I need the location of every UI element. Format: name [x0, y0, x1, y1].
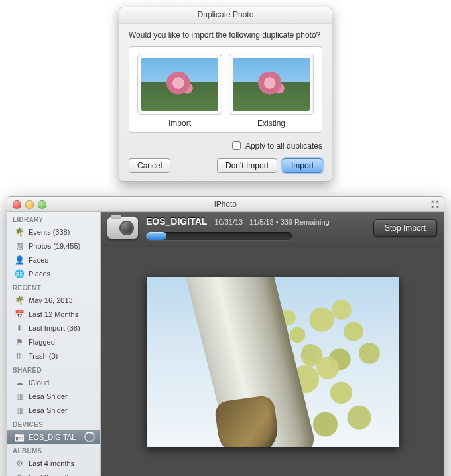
- sidebar-item-label: Places: [29, 270, 50, 278]
- device-camera-icon: [107, 217, 138, 239]
- dialog-title: Duplicate Photo: [119, 7, 332, 24]
- group-recent: RECENT: [7, 280, 100, 293]
- minimize-icon[interactable]: [25, 200, 34, 209]
- palm-icon: 🌴: [14, 227, 25, 237]
- sidebar: LIBRARY 🌴 Events (338) ▧ Photos (19,455)…: [7, 212, 101, 476]
- sidebar-item-icloud[interactable]: ☁︎ iCloud: [7, 375, 100, 389]
- flag-icon: ⚑: [14, 337, 25, 347]
- calendar-icon: 📅: [14, 310, 25, 319]
- sidebar-item-last-12-months[interactable]: 📅 Last 12 Months: [7, 307, 100, 321]
- fullscreen-icon[interactable]: [430, 200, 440, 209]
- import-bar: EOS_DIGITAL 10/31/13 - 11/5/13 • 339 Rem…: [101, 212, 444, 247]
- import-icon: ⬇︎: [14, 324, 25, 333]
- stream-icon: ▥: [14, 406, 25, 415]
- current-import-photo: [147, 277, 399, 447]
- group-shared: SHARED: [7, 363, 100, 375]
- import-progress: [146, 232, 292, 240]
- sidebar-item-label: EOS_DIGITAL: [29, 433, 76, 441]
- camera-icon: 📷: [14, 432, 25, 442]
- titlebar[interactable]: iPhoto: [7, 197, 444, 212]
- smart-album-icon: ⚙︎: [14, 473, 25, 477]
- sidebar-item-label: Last Import (38): [29, 324, 80, 332]
- import-candidate-label: Import: [137, 119, 222, 128]
- stream-icon: ▥: [14, 392, 25, 401]
- device-name: EOS_DIGITAL: [146, 216, 207, 227]
- sidebar-item-stream-2[interactable]: ▥ Lesa Snider: [7, 403, 100, 417]
- photo-stage: [101, 247, 444, 476]
- group-library: LIBRARY: [7, 212, 100, 225]
- dont-import-button[interactable]: Don't Import: [217, 158, 277, 173]
- sidebar-item-places[interactable]: 🌐 Places: [7, 267, 100, 280]
- sidebar-item-last-import[interactable]: ⬇︎ Last Import (38): [7, 321, 100, 335]
- main-area: EOS_DIGITAL 10/31/13 - 11/5/13 • 339 Rem…: [101, 212, 444, 476]
- sidebar-item-recent-event[interactable]: 🌴 May 16, 2013: [7, 293, 100, 307]
- sidebar-item-label: Lesa Snider: [29, 392, 68, 400]
- apply-all-label[interactable]: Apply to all duplicates: [229, 141, 322, 150]
- duplicate-photo-dialog: Duplicate Photo Would you like to import…: [119, 7, 332, 182]
- palm-icon: 🌴: [14, 296, 25, 305]
- globe-icon: 🌐: [14, 269, 25, 278]
- sidebar-item-trash[interactable]: 🗑 Trash (0): [7, 349, 100, 363]
- stop-import-button[interactable]: Stop Import: [373, 219, 437, 237]
- existing-candidate-label: Existing: [229, 119, 314, 128]
- sidebar-item-label: Last 4 months: [29, 459, 74, 467]
- sidebar-item-album-6m[interactable]: ⚙︎ Last 6 months: [7, 470, 100, 476]
- sidebar-item-events[interactable]: 🌴 Events (338): [7, 225, 100, 239]
- sidebar-item-device-camera[interactable]: 📷 EOS_DIGITAL: [7, 430, 100, 444]
- spinner-icon: [84, 432, 95, 442]
- sidebar-item-label: May 16, 2013: [29, 296, 73, 304]
- import-thumbnail: [141, 58, 218, 111]
- close-icon[interactable]: [13, 200, 21, 209]
- smart-album-icon: ⚙︎: [14, 459, 25, 468]
- import-progress-fill: [146, 232, 166, 240]
- window-controls: [13, 200, 46, 209]
- faces-icon: 👤: [14, 255, 25, 265]
- sidebar-item-label: Faces: [29, 256, 48, 264]
- sidebar-item-label: Last 6 months: [29, 473, 74, 477]
- import-candidate[interactable]: Import: [137, 54, 222, 128]
- sidebar-item-label: Flagged: [29, 338, 55, 346]
- sidebar-item-label: Lesa Snider: [29, 406, 68, 414]
- sidebar-item-label: Events (338): [29, 228, 70, 236]
- apply-all-text: Apply to all duplicates: [245, 141, 322, 150]
- group-albums: ALBUMS: [7, 444, 100, 456]
- sidebar-item-flagged[interactable]: ⚑ Flagged: [7, 335, 100, 349]
- existing-thumbnail: [233, 58, 310, 111]
- sidebar-item-faces[interactable]: 👤 Faces: [7, 253, 100, 267]
- apply-all-checkbox[interactable]: [232, 141, 241, 150]
- cancel-button[interactable]: Cancel: [129, 158, 170, 173]
- photos-icon: ▧: [14, 241, 25, 251]
- sidebar-item-label: Photos (19,455): [29, 242, 80, 250]
- window-title: iPhoto: [7, 200, 444, 209]
- sidebar-item-label: Last 12 Months: [29, 310, 78, 318]
- import-range: 10/31/13 - 11/5/13 • 339 Remaining: [214, 218, 329, 226]
- zoom-icon[interactable]: [38, 200, 46, 209]
- duplicate-row: Import Existing: [129, 46, 322, 133]
- group-devices: DEVICES: [7, 417, 100, 430]
- iphoto-window: iPhoto LIBRARY 🌴 Events (338) ▧ Photos (…: [7, 196, 444, 476]
- sidebar-item-label: Trash (0): [29, 352, 58, 360]
- sidebar-item-label: iCloud: [29, 379, 49, 387]
- existing-candidate[interactable]: Existing: [229, 54, 314, 128]
- trash-icon: 🗑: [14, 351, 25, 361]
- sidebar-item-album-4m[interactable]: ⚙︎ Last 4 months: [7, 456, 100, 470]
- sidebar-item-photos[interactable]: ▧ Photos (19,455): [7, 239, 100, 253]
- dialog-message: Would you like to import the following d…: [129, 30, 322, 40]
- sidebar-item-stream-1[interactable]: ▥ Lesa Snider: [7, 389, 100, 403]
- cloud-icon: ☁︎: [14, 378, 25, 387]
- import-button[interactable]: Import: [283, 158, 322, 173]
